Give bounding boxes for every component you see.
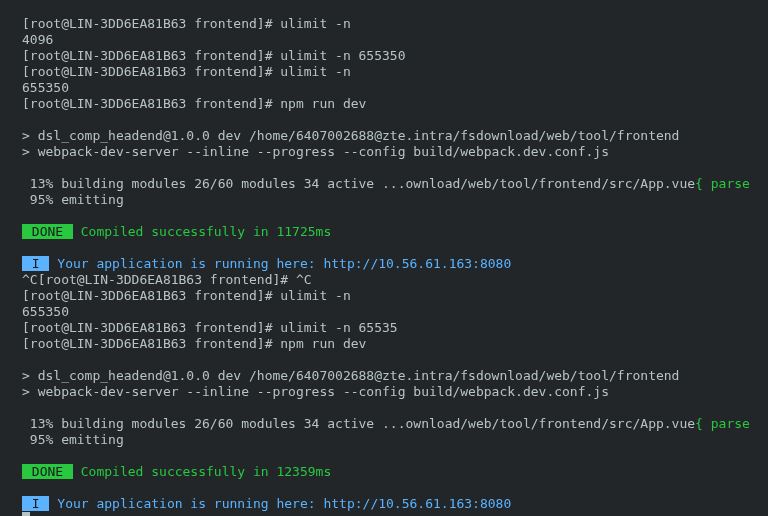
info-badge: I	[22, 256, 49, 271]
info-badge: I	[22, 496, 49, 511]
prompt: [root@LIN-3DD6EA81B63 frontend]#	[22, 64, 272, 79]
npm-script-line: > dsl_comp_headend@1.0.0 dev /home/64070…	[22, 128, 679, 143]
app-url-message: Your application is running here: http:/…	[49, 256, 511, 271]
cmd-ulimit-n: ulimit -n	[280, 16, 350, 31]
progress-emitting: 95% emitting	[22, 192, 124, 207]
cmd-npm: npm run dev	[280, 96, 366, 111]
parse-fragment: { parse	[695, 176, 750, 191]
cmd-npm: npm run dev	[280, 336, 366, 351]
prompt-ctrlc: ^C[root@LIN-3DD6EA81B63 frontend]#	[22, 272, 288, 287]
value-655350: 655350	[22, 80, 69, 95]
terminal-cursor[interactable]	[22, 512, 30, 516]
done-message: Compiled successfully in 12359ms	[73, 464, 331, 479]
done-message: Compiled successfully in 11725ms	[73, 224, 331, 239]
cmd-ulimit-set1: ulimit -n 655350	[280, 48, 405, 63]
cmd-ulimit-n: ulimit -n	[280, 64, 350, 79]
progress-emitting: 95% emitting	[22, 432, 124, 447]
prompt: [root@LIN-3DD6EA81B63 frontend]#	[22, 320, 272, 335]
cmd-ulimit-set2: ulimit -n 65535	[280, 320, 397, 335]
prompt: [root@LIN-3DD6EA81B63 frontend]#	[22, 336, 272, 351]
prompt: [root@LIN-3DD6EA81B63 frontend]#	[22, 96, 272, 111]
npm-script-line: > dsl_comp_headend@1.0.0 dev /home/64070…	[22, 368, 679, 383]
npm-script-line: > webpack-dev-server --inline --progress…	[22, 384, 609, 399]
value-655350: 655350	[22, 304, 69, 319]
prompt: [root@LIN-3DD6EA81B63 frontend]#	[22, 288, 272, 303]
progress-building: 13% building modules 26/60 modules 34 ac…	[22, 416, 695, 431]
app-url-message: Your application is running here: http:/…	[49, 496, 511, 511]
done-badge: DONE	[22, 224, 73, 239]
progress-building: 13% building modules 26/60 modules 34 ac…	[22, 176, 695, 191]
parse-fragment: { parse	[695, 416, 750, 431]
prompt: [root@LIN-3DD6EA81B63 frontend]#	[22, 48, 272, 63]
cmd-ctrlc: ^C	[296, 272, 312, 287]
cmd-ulimit-n: ulimit -n	[280, 288, 350, 303]
npm-script-line: > webpack-dev-server --inline --progress…	[22, 144, 609, 159]
terminal-output: [root@LIN-3DD6EA81B63 frontend]# ulimit …	[0, 0, 768, 516]
prompt: [root@LIN-3DD6EA81B63 frontend]#	[22, 16, 272, 31]
value-4096: 4096	[22, 32, 53, 47]
done-badge: DONE	[22, 464, 73, 479]
